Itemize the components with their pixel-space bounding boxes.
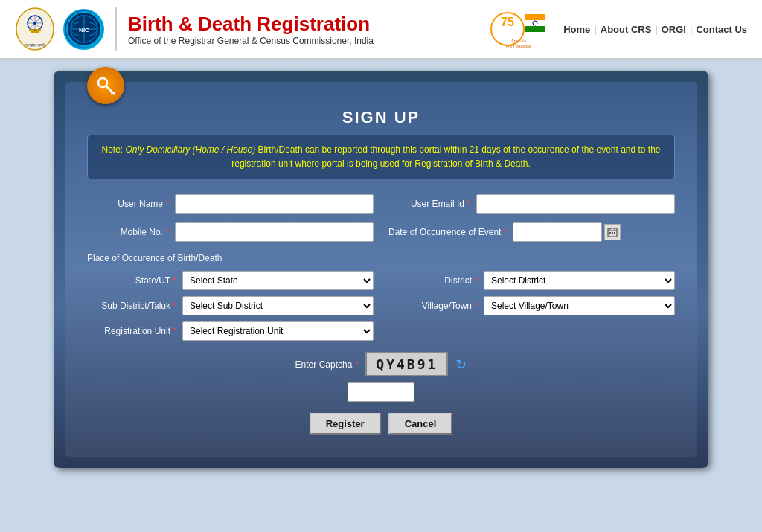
svg-rect-34 xyxy=(614,232,615,234)
district-label: District * xyxy=(388,275,478,286)
svg-rect-33 xyxy=(612,232,613,234)
main-nav: Home | About CRS | ORGI | Contact Us xyxy=(563,24,747,35)
email-row: User Email Id * xyxy=(388,194,675,214)
captcha-label: Enter Captcha * xyxy=(295,359,359,370)
date-occurrence-row: Date of Occurrence of Event * xyxy=(388,222,675,242)
username-label: User Name * xyxy=(87,199,169,209)
india-emblem-icon: सत्यमेव जयते xyxy=(15,7,56,51)
date-label: Date of Occurrence of Event * xyxy=(388,227,507,237)
date-input[interactable] xyxy=(513,222,602,242)
nav-home[interactable]: Home xyxy=(563,24,590,35)
district-row: District * Select District xyxy=(388,271,675,290)
sub-district-row: Sub District/Taluk * Select Sub District xyxy=(87,296,374,315)
outer-card: SIGN UP Note: Only Domiciliary (Home / H… xyxy=(54,71,708,468)
svg-text:सत्यमेव जयते: सत्यमेव जयते xyxy=(25,42,46,48)
captcha-section: Enter Captcha * QY4B91 ↻ xyxy=(87,352,675,402)
captcha-row: Enter Captcha * QY4B91 ↻ xyxy=(295,352,467,376)
mobile-input[interactable] xyxy=(175,222,374,242)
state-select[interactable]: Select State xyxy=(182,271,374,290)
nav-orgi[interactable]: ORGI xyxy=(662,24,686,35)
mobile-label: Mobile No. * xyxy=(87,227,169,237)
signup-title: SIGN UP xyxy=(87,108,675,127)
svg-rect-18 xyxy=(525,14,545,20)
inner-card: SIGN UP Note: Only Domiciliary (Home / H… xyxy=(65,82,697,457)
captcha-value: QY4B91 xyxy=(365,352,448,376)
svg-rect-4 xyxy=(31,31,39,33)
svg-text:Azadi Ka: Azadi Ka xyxy=(511,39,526,43)
header: सत्यमेव जयते NIC Birth & Death Registrat… xyxy=(0,0,762,60)
site-title: Birth & Death Registration xyxy=(128,13,489,36)
username-input[interactable] xyxy=(175,194,374,214)
form-fields-grid: User Name * User Email Id * xyxy=(87,194,675,242)
village-row: Village/Town * Select Village/Town xyxy=(388,296,675,315)
nic-logo-icon: NIC xyxy=(63,9,104,50)
svg-rect-20 xyxy=(525,26,545,32)
svg-rect-32 xyxy=(609,232,611,234)
email-input[interactable] xyxy=(476,194,675,214)
state-row: State/UT * Select State xyxy=(87,271,374,290)
header-logos: सत्यमेव जयते NIC xyxy=(15,7,104,51)
username-row: User Name * xyxy=(87,194,374,214)
reg-unit-row: Registration Unit * Select Registration … xyxy=(87,321,374,341)
village-select[interactable]: Select Village/Town xyxy=(484,296,675,315)
main-content: SIGN UP Note: Only Domiciliary (Home / H… xyxy=(0,60,762,532)
nav-contact[interactable]: Contact Us xyxy=(696,24,747,35)
svg-text:75: 75 xyxy=(501,16,514,28)
state-label: State/UT * xyxy=(87,275,176,286)
dropdown-grid: State/UT * Select State District * Selec… xyxy=(87,271,675,341)
sub-district-label: Sub District/Taluk * xyxy=(87,301,176,311)
key-icon xyxy=(87,67,124,104)
nav-about[interactable]: About CRS xyxy=(601,24,652,35)
sub-district-select[interactable]: Select Sub District xyxy=(182,296,374,315)
refresh-captcha-icon[interactable]: ↻ xyxy=(455,356,467,373)
district-select[interactable]: Select District xyxy=(484,271,675,290)
azadi-logo-icon: 75 Azadi Ka Amrit Mahotsav xyxy=(489,7,548,51)
reg-unit-select[interactable]: Select Registration Unit xyxy=(182,321,374,341)
email-label: User Email Id * xyxy=(388,199,470,209)
register-button[interactable]: Register xyxy=(310,413,381,435)
reg-unit-label: Registration Unit * xyxy=(87,326,176,336)
note-box: Note: Only Domiciliary (Home / House) Bi… xyxy=(87,135,675,179)
header-title-block: Birth & Death Registration Office of the… xyxy=(128,13,489,46)
note-text: Note: Only Domiciliary (Home / House) Bi… xyxy=(99,143,663,171)
date-input-group xyxy=(513,222,621,242)
header-divider xyxy=(115,7,117,51)
mobile-row: Mobile No. * xyxy=(87,222,374,242)
calendar-icon[interactable] xyxy=(604,224,621,240)
site-subtitle: Office of the Registrar General & Census… xyxy=(128,36,489,46)
place-section-title: Place of Occurence of Birth/Death xyxy=(87,253,675,263)
captcha-input[interactable] xyxy=(348,382,414,402)
svg-text:Amrit Mahotsav: Amrit Mahotsav xyxy=(506,44,532,48)
button-row: Register Cancel xyxy=(87,413,675,435)
cancel-button[interactable]: Cancel xyxy=(388,413,453,435)
svg-text:NIC: NIC xyxy=(79,27,89,33)
village-label: Village/Town * xyxy=(388,301,478,311)
